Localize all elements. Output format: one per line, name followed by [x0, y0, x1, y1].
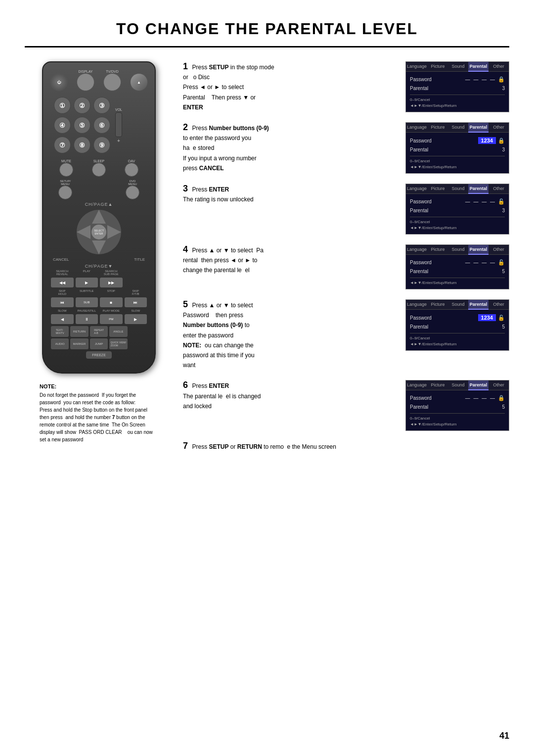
oav-button[interactable]	[125, 163, 138, 177]
menu-row-password-1: Password — — — — 🔒	[410, 75, 505, 84]
return-button[interactable]: RETURN	[70, 326, 88, 337]
menu-tab-parental-3[interactable]: Parental	[468, 184, 489, 194]
menu-tab-other-4[interactable]: Other	[489, 245, 509, 255]
menu-tab-sound-5[interactable]: Sound	[448, 300, 468, 310]
step-1-row: 1 Press SETUP in the stop mode or o Disc…	[183, 61, 509, 112]
menu-tab-other-6[interactable]: Other	[489, 380, 509, 390]
num-5-button[interactable]: ⑤	[74, 117, 90, 134]
skip-fit-label: SKIPF/T/B	[125, 289, 147, 295]
menu-tab-parental-2[interactable]: Parental	[468, 123, 489, 133]
page: TO CHANGE THE PARENTAL LEVEL ⏻ DISPLAY T…	[0, 0, 534, 756]
menu-tab-sound-2[interactable]: Sound	[448, 123, 468, 133]
transport-row-3: ◀ ⏸ PM ▶	[51, 314, 147, 324]
slow-rev-button[interactable]: ◀	[51, 314, 74, 324]
menu-tab-sound-6[interactable]: Sound	[448, 380, 468, 390]
menu-tab-language-2[interactable]: Language	[406, 123, 428, 133]
menu-tab-parental-6[interactable]: Parental	[468, 380, 489, 390]
menu-tab-language-4[interactable]: Language	[406, 245, 428, 255]
stop-button[interactable]: ■	[100, 297, 123, 307]
menu-tab-other-1[interactable]: Other	[489, 62, 509, 72]
empty-label	[125, 270, 147, 276]
menu-hint-1: 0–9/Cancel◄►▼/Enter/Setup/Return	[410, 97, 505, 109]
volume-slider[interactable]	[115, 112, 122, 137]
main-content: ⏻ DISPLAY TV/DVD ▲	[25, 61, 509, 462]
step-5-body: Press ▲ or ▼ to select Password then pre…	[183, 302, 255, 369]
menu-tab-language-1[interactable]: Language	[406, 62, 428, 72]
step-1-body: Press SETUP in the stop mode or o Disc P…	[183, 64, 274, 111]
menu-row-parental-6: Parental 5	[410, 403, 505, 411]
dvd-menu-button[interactable]	[126, 186, 139, 199]
dpad: SELECTENTER	[77, 210, 121, 254]
text-mix-button[interactable]: TEXT/MIX/TV	[51, 326, 69, 337]
num-9-button[interactable]: ⑨	[93, 137, 110, 153]
menu-tab-picture-3[interactable]: Picture	[428, 184, 448, 194]
menu-hint-6: 0–9/Cancel◄►▼/Enter/Setup/Return	[410, 416, 505, 427]
freeze-row: FREEZE	[50, 351, 148, 359]
menu-tab-sound-4[interactable]: Sound	[448, 245, 468, 255]
step-2-number: 2	[183, 122, 188, 132]
repeat-ab-button[interactable]: REPEATA-B	[90, 326, 108, 337]
audio-button[interactable]: AUDIO	[51, 338, 69, 349]
menu-tab-other-5[interactable]: Other	[489, 300, 509, 310]
setup-menu-label: SETUP/MENU	[60, 180, 71, 186]
menu-tab-other-3[interactable]: Other	[489, 184, 509, 194]
subtitle-button[interactable]: SUB	[76, 297, 98, 307]
title-label: TITLE	[134, 257, 145, 262]
menu-tab-parental-1[interactable]: Parental	[468, 62, 489, 72]
jump-button[interactable]: JUMP	[90, 338, 108, 349]
setup-menu-button[interactable]	[58, 186, 72, 199]
menu-tab-language-3[interactable]: Language	[406, 184, 428, 194]
play-mode-button[interactable]: PM	[100, 314, 123, 324]
menu-tab-picture-1[interactable]: Picture	[428, 62, 448, 72]
num-7-button[interactable]: ⑦	[54, 137, 71, 153]
menu-tab-sound-1[interactable]: Sound	[448, 62, 468, 72]
sleep-button[interactable]	[92, 163, 106, 177]
pause-button[interactable]: ⏸	[76, 314, 98, 324]
num-8-button[interactable]: ⑧	[74, 137, 90, 153]
menu-tab-sound-3[interactable]: Sound	[448, 184, 468, 194]
sleep-label: SLEEP	[93, 159, 105, 163]
menu-tab-parental-4[interactable]: Parental	[468, 245, 489, 255]
volume-control: VOL +	[115, 107, 122, 143]
fast-forward-button[interactable]: ▶▶	[100, 278, 123, 287]
step-7-body: Press SETUP or RETURN to remo e the Menu…	[192, 443, 336, 450]
select-enter-button[interactable]: SELECTENTER	[91, 225, 106, 239]
power-button[interactable]: ⏻	[50, 73, 68, 91]
number-grid: ① ② ③ ④ ⑤ ⑥ ⑦ ⑧ ⑨	[54, 97, 110, 153]
step-3-number: 3	[183, 184, 188, 193]
note-text: Do not forget the password If you forget…	[40, 391, 158, 443]
eject-button[interactable]: ▲	[130, 73, 148, 91]
menu-tab-picture-5[interactable]: Picture	[428, 300, 448, 310]
slow-fwd-button[interactable]: ▶	[125, 314, 147, 324]
menu-screenshot-1: Language Picture Sound Parental Other Pa…	[405, 61, 509, 112]
prev-button[interactable]: ⏮	[51, 297, 74, 307]
num-6-button[interactable]: ⑥	[93, 117, 110, 134]
menu-tabs-3: Language Picture Sound Parental Other	[406, 184, 509, 194]
step-1-text: 1 Press SETUP in the stop mode or o Disc…	[183, 61, 399, 112]
menu-tab-other-2[interactable]: Other	[489, 123, 509, 133]
step-3-row: 3 Press ENTER The rating is now unlocked…	[183, 184, 509, 235]
cancel-label: CANCEL	[53, 257, 69, 262]
menu-tab-language-6[interactable]: Language	[406, 380, 428, 390]
rewind-button[interactable]: ◀◀	[51, 278, 74, 287]
play-button[interactable]: ▶	[76, 278, 98, 287]
quick-view-button[interactable]: QUICK VIEW/ZOOM	[109, 338, 127, 349]
menu-divider-3	[410, 217, 505, 217]
num-2-button[interactable]: ②	[74, 97, 90, 114]
freeze-button[interactable]: FREEZE	[86, 351, 112, 359]
num-3-button[interactable]: ③	[93, 97, 110, 114]
marker-button[interactable]: MARKER	[70, 338, 88, 349]
menu-screenshot-2: Language Picture Sound Parental Other Pa…	[405, 122, 509, 174]
menu-tab-picture-4[interactable]: Picture	[428, 245, 448, 255]
menu-tab-language-5[interactable]: Language	[406, 300, 428, 310]
tv-dvd-button[interactable]	[103, 73, 121, 91]
num-1-button[interactable]: ①	[54, 97, 71, 114]
menu-tab-picture-6[interactable]: Picture	[428, 380, 448, 390]
mute-button[interactable]	[59, 163, 73, 177]
display-button[interactable]	[77, 73, 94, 91]
next-button[interactable]: ⏭	[125, 297, 147, 307]
angle-button[interactable]: ANGLE	[109, 326, 127, 337]
menu-tab-parental-5[interactable]: Parental	[468, 300, 489, 310]
num-4-button[interactable]: ④	[54, 117, 71, 134]
menu-tab-picture-2[interactable]: Picture	[428, 123, 448, 133]
